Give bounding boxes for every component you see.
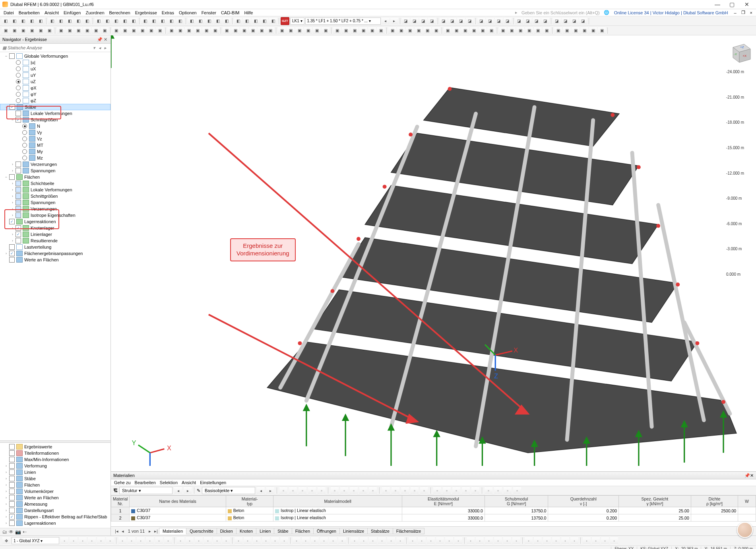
- btb-12[interactable]: ◦: [176, 537, 184, 545]
- mtb-7[interactable]: ▫: [350, 487, 358, 494]
- tb2-12[interactable]: ▣: [112, 27, 120, 35]
- tb2-34[interactable]: ▣: [313, 27, 321, 35]
- tb1-7[interactable]: ◧: [66, 17, 74, 25]
- mtb-20[interactable]: ▫: [485, 487, 492, 494]
- tb2-4[interactable]: ▣: [37, 27, 45, 35]
- tb2-64[interactable]: ▣: [589, 27, 597, 35]
- tb1-14[interactable]: ◧: [130, 17, 138, 25]
- page-next[interactable]: ▸: [147, 529, 153, 534]
- mdi-max[interactable]: ❐: [740, 10, 746, 15]
- tree-item[interactable]: uX: [0, 66, 110, 72]
- navigator-close-icon[interactable]: ✕: [103, 37, 108, 42]
- tb2-7[interactable]: ▣: [66, 27, 74, 35]
- mtb-18[interactable]: ▫: [462, 487, 470, 494]
- tree-item[interactable]: Max/Min-Informationen: [0, 456, 110, 463]
- tree-item[interactable]: ›Linien: [0, 469, 110, 475]
- tree-item[interactable]: Vz: [0, 136, 110, 142]
- tb2-30[interactable]: ▣: [278, 27, 286, 35]
- tab-liniensätze[interactable]: Liniensätze: [339, 528, 368, 534]
- mtb-12[interactable]: ▫: [401, 487, 409, 494]
- btb-39[interactable]: ◦: [436, 537, 444, 545]
- tb2-51[interactable]: ▣: [470, 27, 478, 35]
- tree-item[interactable]: ›Schichtseite: [0, 180, 110, 187]
- tb2-39[interactable]: ▣: [359, 27, 367, 35]
- menu-extras[interactable]: Extras: [161, 10, 175, 15]
- menu-ergebnisse[interactable]: Ergebnisse: [134, 10, 158, 15]
- tb2-46[interactable]: ▣: [423, 27, 431, 35]
- tb1b-13[interactable]: ◪: [524, 17, 532, 25]
- tree-item[interactable]: ›Spannungen: [0, 199, 110, 206]
- mtb-21[interactable]: ▫: [494, 487, 502, 494]
- tb1b-7[interactable]: ◪: [466, 17, 474, 25]
- checkbox[interactable]: [9, 469, 15, 475]
- tb1-16[interactable]: ◧: [150, 17, 158, 25]
- checkbox[interactable]: [9, 174, 15, 180]
- btb-16[interactable]: ◦: [213, 537, 221, 545]
- tree-item[interactable]: Werte an Flächen: [0, 257, 110, 263]
- tb2-59[interactable]: ▣: [543, 27, 551, 35]
- tb1-4[interactable]: ◧: [37, 17, 45, 25]
- menu-zuordnen[interactable]: Zuordnen: [84, 10, 105, 15]
- tb2-45[interactable]: ▣: [415, 27, 423, 35]
- btb-38[interactable]: ◦: [427, 537, 435, 545]
- tb2-25[interactable]: ▣: [231, 27, 239, 35]
- tb2-13[interactable]: ▣: [121, 27, 129, 35]
- btb-19[interactable]: ◦: [244, 537, 252, 545]
- tb2-50[interactable]: ▣: [461, 27, 469, 35]
- btb-56[interactable]: ◦: [601, 537, 609, 545]
- tb1b-6[interactable]: ◪: [457, 17, 465, 25]
- lc-next[interactable]: ▸: [390, 17, 398, 25]
- tb1b-11[interactable]: ◪: [504, 17, 512, 25]
- tb1b-8[interactable]: ◪: [477, 17, 485, 25]
- btb-51[interactable]: ◦: [552, 537, 560, 545]
- mat-menu-3[interactable]: Ansicht: [182, 480, 196, 485]
- menu-optionen[interactable]: Optionen: [178, 10, 198, 15]
- tb2-26[interactable]: ▣: [240, 27, 248, 35]
- tb1b-10[interactable]: ◪: [495, 17, 503, 25]
- tb2-47[interactable]: ▣: [432, 27, 440, 35]
- mtb-23[interactable]: ▫: [513, 487, 521, 494]
- tb2-63[interactable]: ▣: [580, 27, 588, 35]
- tree-item[interactable]: Lastverteilung: [0, 244, 110, 250]
- tree-item[interactable]: ›Rippen - Effektiver Beitrag auf Fläche/…: [0, 514, 110, 520]
- table-row[interactable]: 1C30/37BetonIsotrop | Linear elastisch33…: [111, 507, 756, 514]
- tb1-28[interactable]: ◧: [260, 17, 268, 25]
- viewport-3d[interactable]: X Y Z X Z -24.000 m-21.000 m-18.000 m-15…: [111, 35, 756, 471]
- btb-6[interactable]: ◦: [118, 537, 126, 545]
- btb-34[interactable]: ◦: [387, 537, 395, 545]
- tb1-24[interactable]: ◧: [223, 17, 231, 25]
- radio[interactable]: [22, 149, 27, 154]
- tree-item[interactable]: φZ: [0, 97, 110, 104]
- checkbox[interactable]: [9, 463, 15, 469]
- btb-8[interactable]: ◦: [137, 537, 145, 545]
- btb-48[interactable]: ◦: [525, 537, 533, 545]
- tree-item[interactable]: ›Schnittgrößen: [0, 193, 110, 199]
- tree-item[interactable]: ›Spannungen: [0, 167, 110, 174]
- btb-0[interactable]: ◦: [60, 537, 68, 545]
- btb-31[interactable]: ◦: [360, 537, 368, 545]
- mtb-1[interactable]: ▫: [289, 487, 297, 494]
- mtb-3[interactable]: ▫: [308, 487, 316, 494]
- checkbox[interactable]: [16, 232, 21, 237]
- tb2-41[interactable]: ▣: [377, 27, 385, 35]
- tb2-49[interactable]: ▣: [452, 27, 460, 35]
- tb2-55[interactable]: ▣: [508, 27, 516, 35]
- btb-14[interactable]: ◦: [195, 537, 203, 545]
- tb1-25[interactable]: ◧: [234, 17, 242, 25]
- tb2-32[interactable]: ▣: [295, 27, 303, 35]
- tree-item[interactable]: ›Flächen: [0, 482, 110, 488]
- checkbox[interactable]: [10, 104, 15, 110]
- tb1-9[interactable]: ◧: [83, 17, 91, 25]
- mtb-19[interactable]: ▫: [471, 487, 479, 494]
- btb-55[interactable]: ◦: [592, 537, 600, 545]
- tb1b-3[interactable]: ◪: [428, 17, 436, 25]
- tree-item[interactable]: ›Werte an Flächen: [0, 494, 110, 501]
- tb2-22[interactable]: ▣: [202, 27, 210, 35]
- tree-item[interactable]: ›Knotenlager: [0, 225, 110, 231]
- tb1-17[interactable]: ◧: [159, 17, 167, 25]
- mat-menu-2[interactable]: Selektion: [160, 480, 178, 485]
- tb2-56[interactable]: ▣: [516, 27, 524, 35]
- tb1-1[interactable]: ◧: [10, 17, 18, 25]
- checkbox[interactable]: [16, 193, 21, 199]
- ucs-icon[interactable]: ✥: [2, 537, 10, 545]
